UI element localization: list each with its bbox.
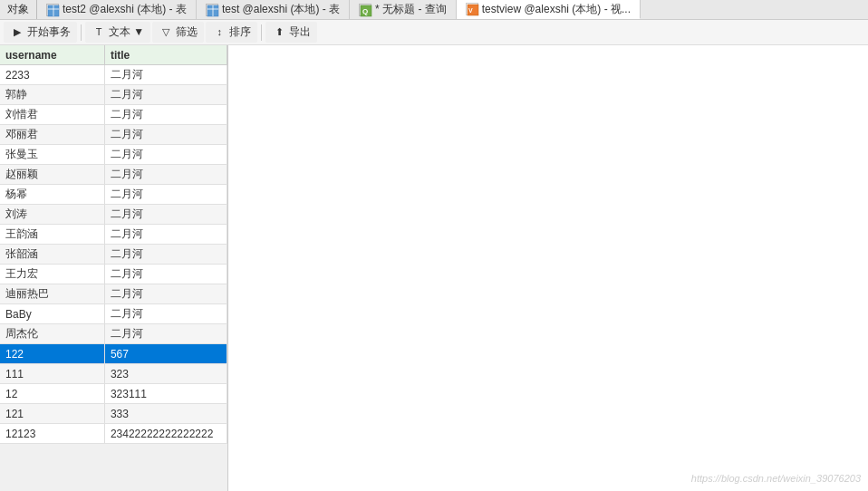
cell-username: 张韶涵: [0, 245, 105, 264]
table-row[interactable]: 王韵涵二月河: [0, 225, 227, 245]
target-text: 对象: [7, 2, 29, 17]
table-row[interactable]: 2233二月河: [0, 65, 227, 85]
table-row[interactable]: 郭静二月河: [0, 85, 227, 105]
separator-1: [81, 24, 82, 41]
table-row[interactable]: 迪丽热巴二月河: [0, 284, 227, 304]
text-button[interactable]: T 文本 ▼: [85, 22, 150, 43]
cell-title: 二月河: [105, 145, 227, 164]
cell-title: 567: [105, 344, 227, 363]
start-transaction-button[interactable]: ▶ 开始事务: [4, 22, 77, 43]
cell-title: 333: [105, 404, 227, 423]
cell-username: 王韵涵: [0, 225, 105, 244]
cell-title: 二月河: [105, 185, 227, 204]
cell-title: 二月河: [105, 304, 227, 323]
col-header-title: title: [105, 45, 227, 64]
text-icon: T: [92, 26, 106, 39]
sort-button[interactable]: ↕ 排序: [206, 22, 257, 43]
table-row[interactable]: 1212323422222222222222: [0, 424, 227, 444]
cell-title: 323: [105, 364, 227, 383]
cell-username: 郭静: [0, 85, 105, 104]
cell-username: 周杰伦: [0, 324, 105, 343]
watermark: https://blog.csdn.net/weixin_39076203: [691, 473, 861, 484]
table-row[interactable]: 赵丽颖二月河: [0, 165, 227, 185]
left-panel: username title 2233二月河郭静二月河刘惜君二月河邓丽君二月河张…: [0, 45, 228, 491]
cell-username: 赵丽颖: [0, 165, 105, 184]
export-label: 导出: [289, 24, 311, 40]
tab-tab-test2[interactable]: test2 @alexshi (本地) - 表: [37, 0, 197, 19]
svg-text:V: V: [468, 7, 473, 14]
export-button[interactable]: ⬆ 导出: [265, 22, 317, 43]
table-header: username title: [0, 45, 227, 65]
cell-username: 迪丽热巴: [0, 284, 105, 303]
table-row[interactable]: 12323111: [0, 384, 227, 404]
table-row[interactable]: 121333: [0, 404, 227, 424]
cell-username: 邓丽君: [0, 125, 105, 144]
cell-title: 二月河: [105, 205, 227, 224]
cell-title: 二月河: [105, 225, 227, 244]
tab-label: test2 @alexshi (本地) - 表: [63, 2, 187, 17]
filter-label: 筛选: [176, 24, 198, 40]
cell-username: 12123: [0, 424, 105, 443]
tab-tab-test[interactable]: test @alexshi (本地) - 表: [197, 0, 350, 19]
tab-label: * 无标题 - 查询: [375, 2, 447, 17]
cell-title: 二月河: [105, 245, 227, 264]
tab-tab-testview[interactable]: Vtestview @alexshi (本地) - 视...: [457, 0, 641, 19]
table-row[interactable]: 111323: [0, 364, 227, 384]
cell-username: 122: [0, 344, 105, 363]
cell-username: 张曼玉: [0, 145, 105, 164]
cell-title: 二月河: [105, 284, 227, 303]
table-icon: [46, 4, 59, 16]
table-row[interactable]: 王力宏二月河: [0, 265, 227, 284]
cell-title: 二月河: [105, 105, 227, 124]
sort-label: 排序: [229, 24, 251, 40]
cell-username: BaBy: [0, 304, 105, 323]
col-header-username: username: [0, 45, 105, 64]
cell-username: 111: [0, 364, 105, 383]
cell-username: 王力宏: [0, 265, 105, 284]
query-icon: Q: [359, 4, 371, 16]
tab-label: testview @alexshi (本地) - 视...: [482, 2, 631, 17]
cell-title: 23422222222222222: [105, 424, 227, 443]
table-row[interactable]: 刘惜君二月河: [0, 105, 227, 125]
text-label: 文本 ▼: [109, 24, 144, 40]
table-row[interactable]: 邓丽君二月河: [0, 125, 227, 145]
cell-username: 121: [0, 404, 105, 423]
sort-icon: ↕: [212, 26, 227, 39]
cell-title: 二月河: [105, 165, 227, 184]
cell-username: 杨幂: [0, 185, 105, 204]
start-transaction-label: 开始事务: [27, 24, 71, 40]
target-label: 对象: [0, 0, 37, 19]
title-bar: 对象 test2 @alexshi (本地) - 表test @alexshi …: [0, 0, 868, 20]
svg-text:Q: Q: [362, 7, 368, 15]
export-icon: ⬆: [272, 26, 286, 39]
cell-title: 二月河: [105, 125, 227, 144]
table-row[interactable]: 杨幂二月河: [0, 185, 227, 205]
cell-title: 二月河: [105, 85, 227, 104]
separator-2: [261, 24, 262, 41]
cell-title: 323111: [105, 384, 227, 403]
table-body: 2233二月河郭静二月河刘惜君二月河邓丽君二月河张曼玉二月河赵丽颖二月河杨幂二月…: [0, 65, 227, 491]
toolbar: ▶ 开始事务 T 文本 ▼ ▽ 筛选 ↕ 排序 ⬆ 导出: [0, 20, 868, 45]
table-row[interactable]: 张韶涵二月河: [0, 245, 227, 265]
main-area: username title 2233二月河郭静二月河刘惜君二月河邓丽君二月河张…: [0, 45, 868, 491]
table-row[interactable]: 张曼玉二月河: [0, 145, 227, 165]
cell-title: 二月河: [105, 265, 227, 284]
table-row[interactable]: 122567: [0, 344, 227, 364]
cell-title: 二月河: [105, 65, 227, 84]
right-panel: https://blog.csdn.net/weixin_39076203: [228, 45, 868, 491]
table-row[interactable]: 刘涛二月河: [0, 205, 227, 225]
tab-tab-query[interactable]: Q* 无标题 - 查询: [350, 0, 457, 19]
filter-icon: ▽: [159, 26, 173, 39]
cell-username: 刘涛: [0, 205, 105, 224]
filter-button[interactable]: ▽ 筛选: [152, 22, 204, 43]
tab-label: test @alexshi (本地) - 表: [222, 2, 340, 17]
table-icon: [206, 4, 218, 16]
cell-username: 2233: [0, 65, 105, 84]
table-row[interactable]: 周杰伦二月河: [0, 324, 227, 344]
table-row[interactable]: BaBy二月河: [0, 304, 227, 324]
cell-username: 刘惜君: [0, 105, 105, 124]
transaction-icon: ▶: [10, 26, 24, 39]
cell-title: 二月河: [105, 324, 227, 343]
view-icon: V: [466, 3, 478, 15]
cell-username: 12: [0, 384, 105, 403]
